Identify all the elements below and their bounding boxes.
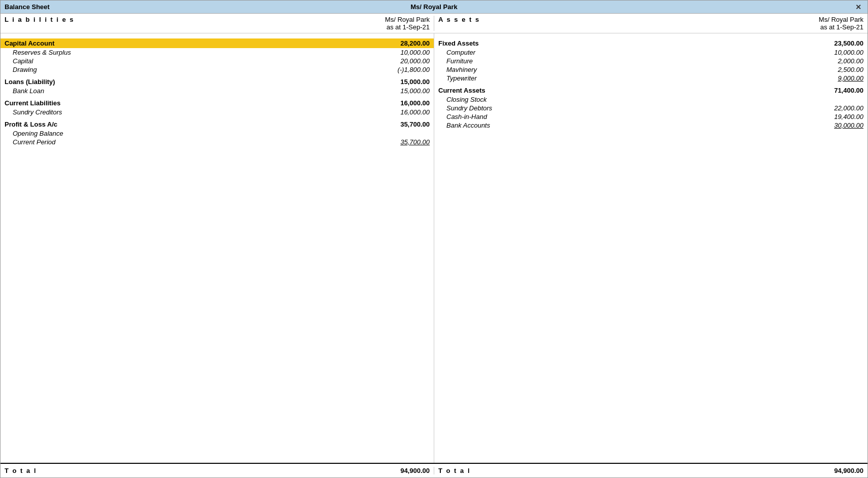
sundry-creditors-label: Sundry Creditors xyxy=(13,108,62,116)
liabilities-panel: Capital Account 28,200.00 Reserves & Sur… xyxy=(1,33,434,463)
reserves-label: Reserves & Surplus xyxy=(13,49,71,56)
current-liabilities-total: 16,000.00 xyxy=(400,99,430,107)
list-item: Bank Accounts 30,000.00 xyxy=(434,121,867,130)
list-item: Cash-in-Hand 19,400.00 xyxy=(434,112,867,121)
list-item: Reserves & Surplus 10,000.00 xyxy=(1,48,434,57)
capital-account-label: Capital Account xyxy=(5,39,54,47)
list-item: Furniture 2,000.00 xyxy=(434,57,867,65)
profit-loss-total: 35,700.00 xyxy=(400,121,430,128)
liabilities-total-value: 94,900.00 xyxy=(400,467,430,474)
sundry-creditors-value: 16,000.00 xyxy=(400,108,430,116)
reserves-value: 10,000.00 xyxy=(400,49,430,56)
loans-total: 15,000.00 xyxy=(400,78,430,86)
capital-value: 20,000.00 xyxy=(400,57,430,65)
list-item: Sundry Creditors 16,000.00 xyxy=(1,108,434,116)
assets-footer: T o t a l 94,900.00 xyxy=(434,467,867,474)
computer-label: Computer xyxy=(446,49,475,56)
mavhinery-label: Mavhinery xyxy=(446,66,477,73)
sundry-debtors-value: 22,000.00 xyxy=(834,104,863,112)
list-item: Computer 10,000.00 xyxy=(434,48,867,57)
company-title: Ms/ Royal Park xyxy=(410,3,458,11)
list-item: Capital 20,000.00 xyxy=(1,57,434,65)
sundry-debtors-label: Sundry Debtors xyxy=(446,104,492,112)
liabilities-footer: T o t a l 94,900.00 xyxy=(1,467,434,474)
current-assets-total: 71,400.00 xyxy=(834,87,863,94)
cash-in-hand-value: 19,400.00 xyxy=(834,113,863,121)
capital-account-header: Capital Account 28,200.00 xyxy=(1,38,434,48)
assets-label: A s s e t s xyxy=(438,16,480,23)
list-item: Drawing (-)1,800.00 xyxy=(1,65,434,74)
furniture-label: Furniture xyxy=(446,57,473,65)
column-headers: L i a b i l i t i e s Ms/ Royal Park as … xyxy=(1,14,867,33)
assets-company: Ms/ Royal Park as at 1-Sep-21 xyxy=(480,16,867,31)
list-item: Sundry Debtors 22,000.00 xyxy=(434,104,867,112)
cash-in-hand-label: Cash-in-Hand xyxy=(446,113,487,121)
current-liabilities-header: Current Liabilities 16,000.00 xyxy=(1,98,434,108)
liabilities-company: Ms/ Royal Park as at 1-Sep-21 xyxy=(74,16,434,31)
liabilities-label: L i a b i l i t i e s xyxy=(5,16,74,23)
content-area: Capital Account 28,200.00 Reserves & Sur… xyxy=(1,33,867,463)
capital-account-total: 28,200.00 xyxy=(400,39,430,47)
mavhinery-value: 2,500.00 xyxy=(838,66,863,73)
opening-balance-label: Opening Balance xyxy=(13,130,63,137)
list-item: Mavhinery 2,500.00 xyxy=(434,65,867,74)
current-assets-label: Current Assets xyxy=(438,87,485,94)
bank-accounts-value: 30,000.00 xyxy=(834,122,863,129)
list-item: Typewriter 9,000.00 xyxy=(434,74,867,83)
typewriter-label: Typewriter xyxy=(446,74,477,82)
balance-sheet-window: Balance Sheet Ms/ Royal Park ✕ L i a b i… xyxy=(0,0,868,478)
assets-header: A s s e t s Ms/ Royal Park as at 1-Sep-2… xyxy=(434,16,867,31)
typewriter-value: 9,000.00 xyxy=(838,74,863,82)
close-button[interactable]: ✕ xyxy=(853,3,863,11)
list-item: Opening Balance xyxy=(1,129,434,138)
profit-loss-header: Profit & Loss A/c 35,700.00 xyxy=(1,120,434,129)
fixed-assets-total: 23,500.00 xyxy=(834,39,863,47)
furniture-value: 2,000.00 xyxy=(838,57,863,65)
capital-label: Capital xyxy=(13,57,33,65)
current-assets-header: Current Assets 71,400.00 xyxy=(434,86,867,95)
closing-stock-label: Closing Stock xyxy=(446,96,486,103)
list-item: Closing Stock xyxy=(434,95,867,104)
window-title: Balance Sheet xyxy=(5,3,50,11)
loans-label: Loans (Liability) xyxy=(5,78,55,86)
fixed-assets-header: Fixed Assets 23,500.00 xyxy=(434,38,867,48)
current-period-value: 35,700.00 xyxy=(400,138,430,146)
assets-total-label: T o t a l xyxy=(438,467,471,474)
loans-header: Loans (Liability) 15,000.00 xyxy=(1,77,434,87)
drawing-label: Drawing xyxy=(13,66,37,73)
bank-accounts-label: Bank Accounts xyxy=(446,122,490,129)
fixed-assets-label: Fixed Assets xyxy=(438,39,479,47)
assets-panel: Fixed Assets 23,500.00 Computer 10,000.0… xyxy=(434,33,867,463)
bank-loan-value: 15,000.00 xyxy=(400,87,430,95)
list-item: Current Period 35,700.00 xyxy=(1,138,434,146)
footer-row: T o t a l 94,900.00 T o t a l 94,900.00 xyxy=(1,463,867,477)
drawing-value: (-)1,800.00 xyxy=(397,66,430,73)
bank-loan-label: Bank Loan xyxy=(13,87,44,95)
profit-loss-label: Profit & Loss A/c xyxy=(5,121,57,128)
list-item: Bank Loan 15,000.00 xyxy=(1,87,434,95)
current-period-label: Current Period xyxy=(13,138,56,146)
title-bar: Balance Sheet Ms/ Royal Park ✕ xyxy=(1,1,867,14)
liabilities-total-label: T o t a l xyxy=(5,467,37,474)
current-liabilities-label: Current Liabilities xyxy=(5,99,61,107)
liabilities-header: L i a b i l i t i e s Ms/ Royal Park as … xyxy=(1,16,434,31)
assets-total-value: 94,900.00 xyxy=(834,467,863,474)
computer-value: 10,000.00 xyxy=(834,49,863,56)
